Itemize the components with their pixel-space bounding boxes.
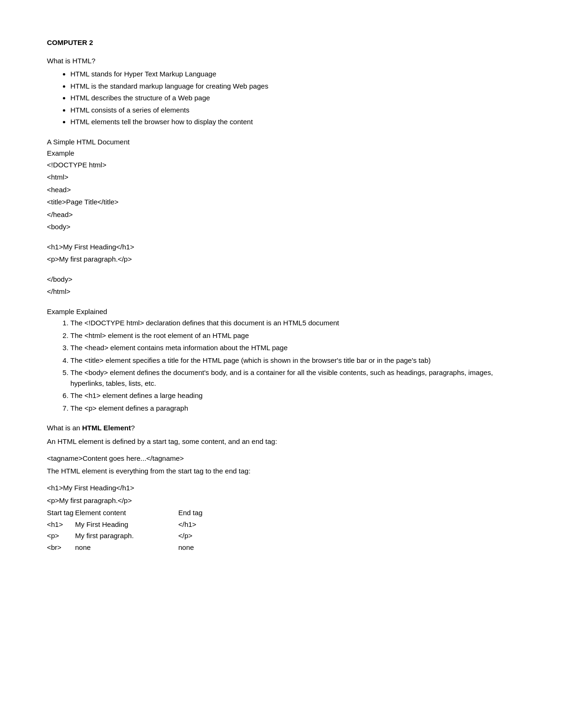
table-header-col3: End tag [178,508,225,518]
question-prefix: What is an [47,424,82,432]
code-line-4: <title>Page Title</title> [47,197,516,208]
simple-doc-label: A Simple HTML Document [47,137,516,148]
code-line-7: <h1>My First Heading</h1> [47,242,516,253]
list-item: HTML is the standard markup language for… [70,81,516,92]
code-line-3: <head> [47,185,516,195]
example-explained-list: The <!DOCTYPE html> declaration defines … [70,318,516,413]
list-item: The <p> element defines a paragraph [70,403,516,414]
list-item: The <h1> element defines a large heading [70,390,516,401]
table-cell-content-3: none [75,542,178,553]
html-element-code-1: <h1>My First Heading</h1> [47,483,516,494]
list-item: The <body> element defines the document'… [70,368,516,389]
list-item: The <!DOCTYPE html> declaration defines … [70,318,516,329]
list-item: The <title> element specifies a title fo… [70,355,516,366]
list-item: HTML describes the structure of a Web pa… [70,93,516,104]
table-row: <p> My first paragraph. </p> [47,531,516,541]
table-cell-content-2: My first paragraph. [75,531,178,541]
table-cell-content-1: My First Heading [75,519,178,530]
list-item: The <head> element contains meta informa… [70,343,516,353]
simple-html-section: A Simple HTML Document Example <!DOCTYPE… [47,137,516,297]
list-item: HTML stands for Hyper Text Markup Langua… [70,69,516,80]
table-header-col1: Start tag [47,508,75,518]
code-line-10: </html> [47,286,516,297]
example-explained-label: Example Explained [47,307,516,317]
what-is-html-section: What is HTML? HTML stands for Hyper Text… [47,56,516,128]
code-line-9: </body> [47,274,516,285]
example-label: Example [47,148,516,159]
list-item: HTML consists of a series of elements [70,105,516,116]
table-row: <br> none none [47,542,516,553]
what-is-html-list: HTML stands for Hyper Text Markup Langua… [70,69,516,128]
table-cell-end-1: </h1> [178,519,225,530]
html-element-table: Start tag Element content End tag <h1> M… [47,508,516,553]
code-line-6: <body> [47,222,516,233]
page-title: COMPUTER 2 [47,38,516,48]
code-line-8: <p>My first paragraph.</p> [47,254,516,265]
html-element-section: What is an HTML Element? An HTML element… [47,423,516,553]
table-cell-end-2: </p> [178,531,225,541]
html-element-question: What is an HTML Element? [47,423,516,434]
page-content: COMPUTER 2 What is HTML? HTML stands for… [0,0,563,728]
table-header-col2: Element content [75,508,178,518]
code-line-2: <html> [47,172,516,183]
html-element-example-code: <tagname>Content goes here...</tagname> [47,453,516,464]
what-is-html-question: What is HTML? [47,56,516,67]
list-item: HTML elements tell the browser how to di… [70,117,516,128]
table-cell-tag-1: <h1> [47,519,75,530]
question-bold: HTML Element [82,424,131,432]
table-cell-tag-2: <p> [47,531,75,541]
table-cell-tag-3: <br> [47,542,75,553]
html-element-definition: An HTML element is defined by a start ta… [47,436,516,447]
table-header-row: Start tag Element content End tag [47,508,516,518]
list-item: The <html> element is the root element o… [70,330,516,341]
table-row: <h1> My First Heading </h1> [47,519,516,530]
html-element-code-2: <p>My first paragraph.</p> [47,495,516,506]
html-element-explanation: The HTML element is everything from the … [47,466,516,477]
example-explained-section: Example Explained The <!DOCTYPE html> de… [47,307,516,414]
code-line-5: </head> [47,210,516,220]
question-suffix: ? [131,424,135,432]
table-cell-end-3: none [178,542,225,553]
code-line-1: <!DOCTYPE html> [47,160,516,171]
